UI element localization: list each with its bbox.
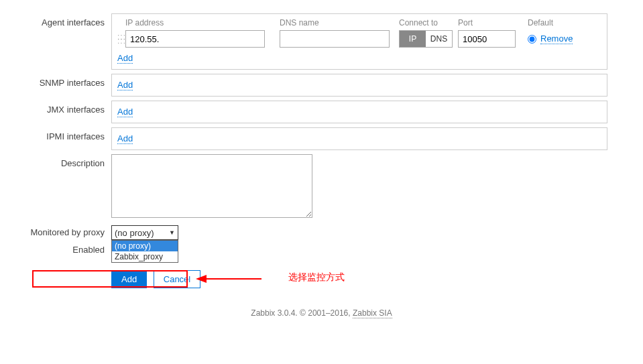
agent-interfaces-label: Agent interfaces: [0, 13, 111, 27]
ipmi-add-link[interactable]: Add: [117, 133, 133, 144]
connect-dns-button[interactable]: DNS: [426, 31, 452, 47]
port-input[interactable]: [458, 30, 516, 48]
snmp-interfaces-label: SNMP interfaces: [0, 74, 111, 88]
jmx-interfaces-label: JMX interfaces: [0, 101, 111, 115]
monitored-by-proxy-label: Monitored by proxy: [0, 225, 111, 237]
footer-text: Zabbix 3.0.4. © 2001–2016,: [251, 308, 353, 318]
agent-interfaces-box: IP address DNS name Connect to Port Defa…: [111, 13, 607, 70]
snmp-add-link[interactable]: Add: [117, 80, 133, 90]
remove-link[interactable]: Remove: [540, 34, 573, 44]
header-port: Port: [458, 18, 520, 27]
footer-link[interactable]: Zabbix SIA: [353, 308, 392, 318]
footer: Zabbix 3.0.4. © 2001–2016, Zabbix SIA: [0, 308, 643, 324]
proxy-option-no-proxy[interactable]: (no proxy): [112, 241, 178, 251]
description-label: Description: [0, 154, 111, 168]
cancel-button[interactable]: Cancel: [154, 270, 200, 288]
enabled-label: Enabled: [0, 244, 111, 255]
agent-interface-row: :::::: IP DNS Remove: [117, 30, 601, 48]
description-textarea[interactable]: [111, 154, 312, 218]
proxy-option-zabbix[interactable]: Zabbix_proxy: [112, 251, 178, 262]
jmx-interfaces-box: Add: [111, 101, 607, 123]
default-radio[interactable]: [528, 35, 536, 44]
dns-name-input[interactable]: [280, 30, 390, 48]
proxy-select-value: (no proxy): [115, 228, 154, 238]
snmp-interfaces-box: Add: [111, 74, 607, 97]
header-dns: DNS name: [280, 18, 394, 27]
ipmi-interfaces-box: Add: [111, 127, 607, 150]
ipmi-interfaces-label: IPMI interfaces: [0, 127, 111, 141]
header-default: Default: [528, 18, 601, 27]
header-connect: Connect to: [399, 18, 453, 27]
header-ip: IP address: [125, 18, 274, 27]
add-button[interactable]: Add: [111, 270, 147, 288]
drag-handle-icon[interactable]: ::::::: [117, 35, 125, 43]
ip-address-input[interactable]: [125, 30, 265, 48]
agent-add-link[interactable]: Add: [117, 53, 133, 64]
chevron-down-icon: ▼: [169, 229, 175, 236]
connect-ip-button[interactable]: IP: [400, 31, 426, 47]
proxy-dropdown: (no proxy) Zabbix_proxy: [111, 240, 178, 263]
connect-to-toggle: IP DNS: [399, 30, 453, 48]
jmx-add-link[interactable]: Add: [117, 107, 133, 117]
proxy-select[interactable]: (no proxy) ▼: [111, 225, 178, 240]
